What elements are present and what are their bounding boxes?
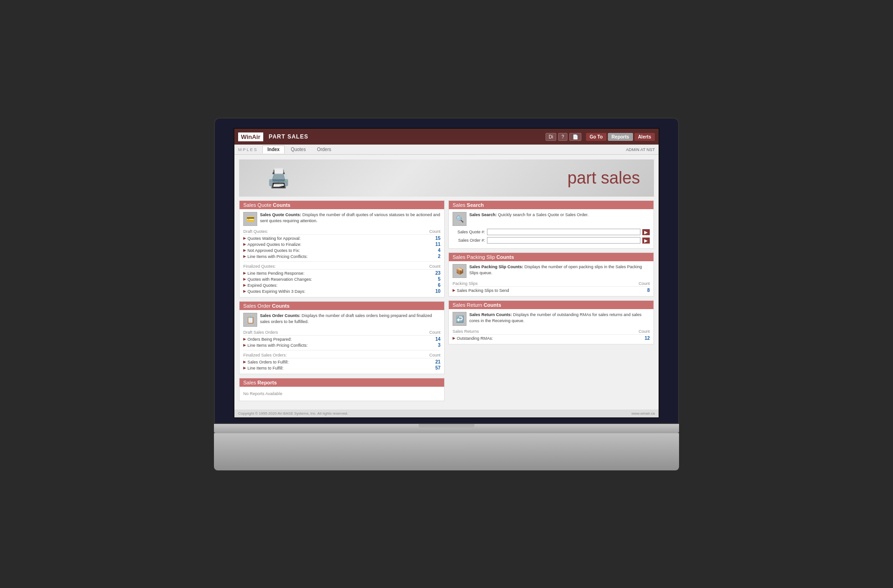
help-icon-button[interactable]: ? <box>558 133 567 141</box>
table-row: ▶ Quotes with Reservation Changes: 5 <box>243 276 440 282</box>
packing-slip-info-row: 📦 Sales Packing Slip Counts: Displays th… <box>453 264 650 278</box>
tab-orders[interactable]: Orders <box>312 145 336 153</box>
arrow-icon: ▶ <box>243 366 246 370</box>
no-reports-text: No Reports Available <box>243 390 440 398</box>
arrow-icon: ▶ <box>453 336 455 340</box>
di-icon-button[interactable]: Di <box>546 133 556 141</box>
count-value[interactable]: 8 <box>647 288 650 293</box>
count-value[interactable]: 21 <box>435 359 440 364</box>
goto-button[interactable]: Go To <box>586 133 606 141</box>
arrow-icon: ▶ <box>243 289 246 293</box>
top-navigation-bar: WinAir PART SALES Di ? 📄 Go To Reports A… <box>234 129 659 145</box>
count-header: Count <box>639 329 650 334</box>
copyright-text: Copyright © 1995-2020 AV-BASE Systems, I… <box>238 411 348 416</box>
search-icon: 🔍 <box>453 212 466 226</box>
sales-return-body: ↩️ Sales Return Counts: Displays the num… <box>449 309 653 344</box>
count-value[interactable]: 6 <box>438 283 440 288</box>
sales-return-card: Sales Return Counts ↩️ Sales Return Coun… <box>448 300 654 344</box>
section-header-normal: Sales <box>243 380 256 385</box>
arrow-icon: ▶ <box>243 271 246 275</box>
arrow-icon: ▶ <box>453 288 455 292</box>
section-header-bold: Reports <box>258 380 277 385</box>
finalized-quotes-table: Finalized Quotes: Count ▶ Line Items Pen… <box>243 264 440 294</box>
draft-label: Draft Quotes: <box>243 229 268 234</box>
order-search-input[interactable] <box>487 237 640 244</box>
tab-quotes[interactable]: Quotes <box>286 145 311 153</box>
info-title: Sales Quote Counts: <box>260 212 301 217</box>
quote-search-label: Sales Quote #: <box>453 230 485 234</box>
order-search-go-button[interactable]: ▶ <box>642 238 650 244</box>
count-value[interactable]: 3 <box>438 343 440 348</box>
draft-quotes-table: Draft Quotes: Count ▶ Quotes Waiting for… <box>243 229 440 259</box>
count-value[interactable]: 57 <box>435 365 440 370</box>
nav-tab-group: Index Quotes Orders <box>262 145 336 153</box>
table-row: ▶ Approved Quotes to Finalize: 11 <box>243 241 440 247</box>
table-row: ▶ Line Items Pending Response: 23 <box>243 270 440 276</box>
sales-reports-body: No Reports Available <box>240 387 444 401</box>
count-value[interactable]: 12 <box>645 336 650 341</box>
packing-slip-info-text: Sales Packing Slip Counts: Displays the … <box>469 264 650 276</box>
arrow-icon: ▶ <box>243 360 246 364</box>
sub-navigation: M P L E S Index Quotes Orders ADMIN AT N… <box>234 145 659 155</box>
hero-banner: 🖨️ part sales <box>239 159 654 197</box>
section-header-normal: Sales <box>453 202 466 208</box>
website-text: www.winair.ca <box>632 411 655 416</box>
finalized-orders-header: Finalized Sales Orders: Count <box>243 352 440 358</box>
sales-order-counts-header: Sales Order Counts <box>240 302 444 310</box>
arrow-icon: ▶ <box>243 343 246 347</box>
sales-quote-counts-card: Sales Quote Counts 💳 Sales Quote Counts: <box>239 200 445 297</box>
count-value[interactable]: 4 <box>438 248 440 253</box>
breadcrumb: M P L E S <box>238 147 257 152</box>
tab-index[interactable]: Index <box>262 145 285 153</box>
section-header-bold: Search <box>467 202 484 208</box>
draft-label: Draft Sales Orders <box>243 330 278 335</box>
doc-icon-button[interactable]: 📄 <box>569 133 581 141</box>
reports-button[interactable]: Reports <box>608 133 633 141</box>
count-value[interactable]: 5 <box>438 277 440 282</box>
main-content: 🖨️ part sales Sales Quote Counts <box>234 155 659 410</box>
draft-orders-header: Draft Sales Orders Count <box>243 330 440 336</box>
info-title: Sales Order Counts: <box>260 313 300 318</box>
section-header-normal: Sales Return <box>453 302 482 308</box>
finalized-quotes-header: Finalized Quotes: Count <box>243 264 440 270</box>
logo-text: WinAir <box>241 133 260 140</box>
cash-register-icon: 🖨️ <box>267 167 290 189</box>
info-title: Sales Packing Slip Counts: <box>469 264 523 269</box>
finalized-orders-table: Finalized Sales Orders: Count ▶ Sales Or… <box>243 352 440 371</box>
finalized-count-header: Count <box>429 264 440 269</box>
count-value[interactable]: 2 <box>438 254 440 259</box>
info-title: Sales Return Counts: <box>469 312 512 317</box>
arrow-icon: ▶ <box>243 248 246 252</box>
sales-return-info-text: Sales Return Counts: Displays the number… <box>469 312 650 324</box>
sales-return-info-row: ↩️ Sales Return Counts: Displays the num… <box>453 312 650 326</box>
packing-slip-table-header: Packing Slips Count <box>453 281 650 287</box>
sales-search-card: Sales Search 🔍 Sales Search: Quickly sea… <box>448 200 654 249</box>
table-row: ▶ Line Items with Pricing Conflicts: 3 <box>243 342 440 348</box>
count-value[interactable]: 14 <box>435 337 440 342</box>
section-header-normal: Sales Order <box>243 303 271 309</box>
section-header-bold: Counts <box>496 254 514 260</box>
quote-search-go-button[interactable]: ▶ <box>642 229 650 235</box>
packing-slips-label: Packing Slips <box>453 281 478 286</box>
section-header-normal: Sales Quote <box>243 202 272 208</box>
count-value[interactable]: 10 <box>435 289 440 294</box>
sales-return-table-header: Sales Returns Count <box>453 329 650 335</box>
count-value[interactable]: 23 <box>435 271 440 276</box>
info-desc: Quickly search for a Sales Quote or Sale… <box>498 212 589 217</box>
sales-quote-counts-body: 💳 Sales Quote Counts: Displays the numbe… <box>240 209 444 297</box>
quote-search-input[interactable] <box>487 229 640 235</box>
hero-title: part sales <box>567 168 640 188</box>
sales-order-info-row: 📋 Sales Order Counts: Displays the numbe… <box>243 313 440 327</box>
quote-search-row: Sales Quote #: ▶ <box>453 229 650 235</box>
section-header-bold: Counts <box>484 302 501 308</box>
footer: Copyright © 1995-2020 AV-BASE Systems, I… <box>234 410 659 417</box>
count-value[interactable]: 11 <box>435 242 440 247</box>
section-header-bold: Counts <box>273 202 291 208</box>
sales-packing-slip-body: 📦 Sales Packing Slip Counts: Displays th… <box>449 261 653 296</box>
count-value[interactable]: 15 <box>435 236 440 241</box>
alerts-button[interactable]: Alerts <box>634 133 655 141</box>
draft-count-header: Count <box>429 229 440 234</box>
order-search-row: Sales Order #: ▶ <box>453 237 650 244</box>
table-row: ▶ Expired Quotes: 6 <box>243 282 440 288</box>
section-header-normal: Sales Packing Slip <box>453 254 495 260</box>
